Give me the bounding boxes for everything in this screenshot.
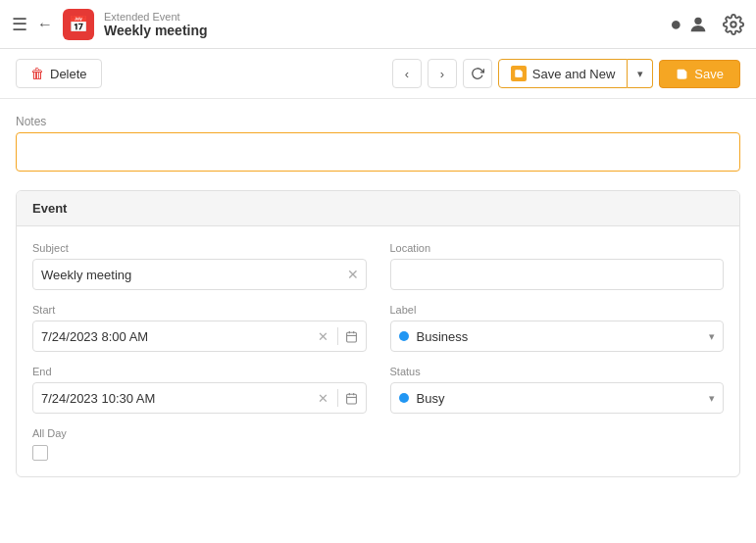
status-select-left: Busy xyxy=(399,391,445,406)
start-field: ✕ xyxy=(32,321,367,352)
settings-icon[interactable] xyxy=(723,13,744,36)
label-field-label: Label xyxy=(390,304,725,316)
header-main-title: Weekly meeting xyxy=(104,23,208,38)
start-label-row: Start ✕ xyxy=(32,304,724,352)
location-input[interactable] xyxy=(390,259,725,290)
end-col: End ✕ xyxy=(32,366,367,414)
start-input[interactable] xyxy=(33,321,310,351)
status-col: Status Busy ▾ xyxy=(390,366,725,414)
user-icon[interactable]: ● xyxy=(670,13,709,36)
subject-label: Subject xyxy=(32,242,367,254)
subject-input[interactable] xyxy=(32,259,367,290)
toolbar-left: 🗑 Delete xyxy=(16,59,384,88)
svg-rect-2 xyxy=(347,332,357,342)
event-card: Event Subject ✕ Location xyxy=(16,190,740,477)
save-icon xyxy=(676,68,688,80)
header: ☰ ← 📅 Extended Event Weekly meeting ● xyxy=(0,0,756,49)
location-label: Location xyxy=(390,242,725,254)
delete-icon: 🗑 xyxy=(30,66,44,81)
start-label: Start xyxy=(32,304,367,316)
status-label: Status xyxy=(390,366,725,377)
save-and-new-label: Save and New xyxy=(532,67,616,81)
status-dot xyxy=(399,393,409,403)
content-area: Notes Event Subject ✕ Location xyxy=(0,99,756,542)
header-subtitle: Extended Event xyxy=(104,11,208,23)
all-day-label: All Day xyxy=(32,427,724,439)
event-card-body: Subject ✕ Location Start xyxy=(17,226,739,476)
start-calendar-button[interactable] xyxy=(338,321,366,351)
save-and-new-group: Save and New ▾ xyxy=(498,59,654,88)
location-col: Location xyxy=(390,242,725,290)
subject-location-row: Subject ✕ Location xyxy=(32,242,724,290)
header-title-block: Extended Event Weekly meeting xyxy=(104,11,208,38)
label-select[interactable]: Business ▾ xyxy=(390,321,725,352)
event-card-header: Event xyxy=(17,191,739,226)
svg-point-0 xyxy=(694,18,701,25)
all-day-section: All Day xyxy=(32,427,724,461)
prev-button[interactable]: ‹ xyxy=(392,59,422,88)
back-icon[interactable]: ← xyxy=(37,16,53,33)
event-section-title: Event xyxy=(32,201,67,216)
start-col: Start ✕ xyxy=(32,304,367,352)
label-dot xyxy=(399,331,409,341)
header-right: ● xyxy=(670,13,744,36)
delete-button[interactable]: 🗑 Delete xyxy=(16,59,102,88)
end-status-row: End ✕ xyxy=(32,366,724,414)
svg-point-1 xyxy=(731,23,736,28)
end-label: End xyxy=(32,366,367,377)
save-new-dropdown-button[interactable]: ▾ xyxy=(628,59,653,88)
subject-field: ✕ xyxy=(32,259,367,290)
svg-rect-6 xyxy=(347,394,357,404)
save-button[interactable]: Save xyxy=(659,60,740,88)
all-day-checkbox[interactable] xyxy=(32,445,48,461)
dropdown-chevron-icon: ▾ xyxy=(637,68,643,80)
calendar-app-icon: 📅 xyxy=(63,9,94,40)
subject-col: Subject ✕ xyxy=(32,242,367,290)
end-input[interactable] xyxy=(33,383,310,413)
status-chevron-icon: ▾ xyxy=(709,392,715,405)
label-value: Business xyxy=(417,329,469,344)
header-left: ☰ ← 📅 Extended Event Weekly meeting xyxy=(12,9,670,40)
label-chevron-icon: ▾ xyxy=(709,330,715,343)
end-field: ✕ xyxy=(32,382,367,414)
toolbar-right: ‹ › Save and New ▾ Save xyxy=(392,59,740,88)
toolbar: 🗑 Delete ‹ › Save and New ▾ Sav xyxy=(0,49,756,99)
notes-section: Notes xyxy=(16,115,740,174)
notes-input[interactable] xyxy=(16,132,740,172)
save-and-new-button[interactable]: Save and New xyxy=(498,59,629,88)
label-select-left: Business xyxy=(399,329,469,344)
end-calendar-button[interactable] xyxy=(338,383,366,413)
delete-label: Delete xyxy=(50,67,87,81)
save-label: Save xyxy=(694,67,724,81)
notes-label: Notes xyxy=(16,115,740,128)
status-select[interactable]: Busy ▾ xyxy=(390,382,725,414)
next-button[interactable]: › xyxy=(428,59,457,88)
label-col: Label Business ▾ xyxy=(390,304,725,352)
start-clear-button[interactable]: ✕ xyxy=(310,321,337,351)
refresh-button[interactable] xyxy=(463,59,492,88)
menu-icon[interactable]: ☰ xyxy=(12,14,27,35)
status-value: Busy xyxy=(417,391,445,406)
subject-clear-button[interactable]: ✕ xyxy=(347,268,359,281)
end-clear-button[interactable]: ✕ xyxy=(310,383,337,413)
save-new-icon xyxy=(511,66,527,81)
location-field xyxy=(390,259,725,290)
